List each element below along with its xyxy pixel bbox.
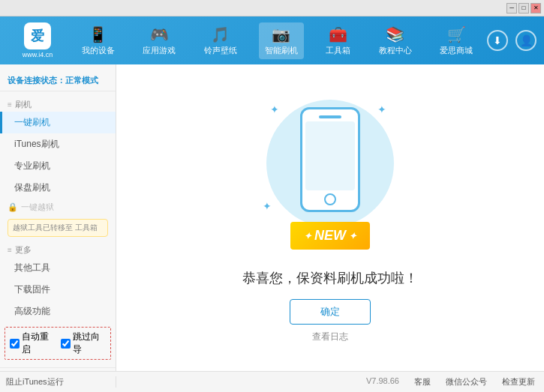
phone-body xyxy=(300,107,360,212)
phone-speaker xyxy=(319,115,341,118)
ringtones-icon: 🎵 xyxy=(211,25,230,43)
phone-home-button xyxy=(324,193,336,205)
sidebar-item-other-tools[interactable]: 其他工具 xyxy=(0,257,116,279)
logo[interactable]: 爱 www.i4.cn xyxy=(8,22,68,58)
nav-my-device-label: 我的设备 xyxy=(82,45,115,56)
apps-games-icon: 🎮 xyxy=(150,25,169,43)
history-link[interactable]: 查看日志 xyxy=(312,331,348,343)
stop-itunes[interactable]: 阻止iTunes运行 xyxy=(0,376,116,388)
phone-illustration: ✦ ✦ ✦ NEW xyxy=(255,92,405,257)
lock-icon: 🔒 xyxy=(8,202,18,212)
flash-section-label: 刷机 xyxy=(15,99,32,110)
sidebar-item-one-click-flash[interactable]: 一键刷机 xyxy=(0,112,116,133)
sidebar-item-itunes-flash[interactable]: iTunes刷机 xyxy=(0,133,116,155)
sidebar-item-pro-flash[interactable]: 专业刷机 xyxy=(0,155,116,177)
toolbox-icon: 🧰 xyxy=(329,25,347,43)
tutorial-icon: 📚 xyxy=(386,25,404,43)
nav-tutorial-label: 教程中心 xyxy=(379,45,412,56)
skip-wizard-label: 跳过向导 xyxy=(73,331,106,356)
footer-links: V7.98.66 客服 微信公众号 检查更新 xyxy=(357,376,544,388)
sidebar-section-flash: ≡ 刷机 xyxy=(0,96,116,112)
more-section-label: 更多 xyxy=(15,244,32,256)
sidebar-item-download-firmware[interactable]: 下载固件 xyxy=(0,279,116,301)
maximize-btn[interactable]: □ xyxy=(518,3,529,13)
skip-wizard-checkbox[interactable]: 跳过向导 xyxy=(61,331,106,356)
nav-ringtones[interactable]: 🎵 铃声壁纸 xyxy=(198,22,243,59)
sparkle-icon-2: ✦ xyxy=(377,103,386,115)
nav-apps-games[interactable]: 🎮 应用游戏 xyxy=(137,22,182,59)
nav-ringtones-label: 铃声壁纸 xyxy=(204,45,237,56)
auto-restart-input[interactable] xyxy=(10,339,20,349)
auto-restart-checkbox[interactable]: 自动重启 xyxy=(10,331,55,356)
mall-icon: 🛒 xyxy=(447,25,466,43)
logo-url: www.i4.cn xyxy=(23,51,53,58)
header: 爱 www.i4.cn 📱 我的设备 🎮 应用游戏 🎵 铃声壁纸 📷 智能刷机 … xyxy=(0,16,544,64)
sidebar-jailbreak-locked: 🔒 一键越狱 xyxy=(0,199,116,216)
user-btn[interactable]: 👤 xyxy=(515,30,536,51)
sidebar-item-save-flash[interactable]: 保盘刷机 xyxy=(0,177,116,199)
close-btn[interactable]: ✕ xyxy=(530,3,541,13)
logo-icon: 爱 xyxy=(24,22,51,49)
nav-toolbox[interactable]: 🧰 工具箱 xyxy=(320,22,356,59)
new-badge: NEW xyxy=(290,222,370,250)
connection-status: 设备连接状态：正常模式 xyxy=(0,70,116,91)
nav-smart-flash-label: 智能刷机 xyxy=(265,45,298,56)
title-bar: ─ □ ✕ xyxy=(0,0,544,16)
status-value: 正常模式 xyxy=(65,76,98,85)
nav-items: 📱 我的设备 🎮 应用游戏 🎵 铃声壁纸 📷 智能刷机 🧰 工具箱 📚 教程中心… xyxy=(68,22,487,59)
version-label: V7.98.66 xyxy=(366,376,399,388)
checkbox-group: 自动重启 跳过向导 xyxy=(5,327,111,360)
flash-section-icon: ≡ xyxy=(8,100,12,109)
sidebar-item-advanced[interactable]: 高级功能 xyxy=(0,301,116,322)
nav-tutorial[interactable]: 📚 教程中心 xyxy=(373,22,418,59)
header-right: ⬇ 👤 xyxy=(487,30,536,51)
auto-restart-label: 自动重启 xyxy=(22,331,55,356)
nav-mall[interactable]: 🛒 爱思商城 xyxy=(434,22,479,59)
status-prefix: 设备连接状态： xyxy=(8,76,65,85)
main-content: ✦ ✦ ✦ NEW 恭喜您，保资料刷机成功啦！ 确定 查看日志 xyxy=(116,64,544,371)
sparkle-icon-1: ✦ xyxy=(270,103,279,115)
my-device-icon: 📱 xyxy=(89,25,107,43)
customer-service-link[interactable]: 客服 xyxy=(414,376,431,388)
smart-flash-icon: 📷 xyxy=(272,25,290,43)
phone-screen xyxy=(305,121,355,190)
bottom-status-bar: 阻止iTunes运行 V7.98.66 客服 微信公众号 检查更新 xyxy=(0,371,544,392)
success-message: 恭喜您，保资料刷机成功啦！ xyxy=(242,269,418,287)
more-section-icon: ≡ xyxy=(8,246,12,254)
nav-apps-games-label: 应用游戏 xyxy=(143,45,176,56)
nav-my-device[interactable]: 📱 我的设备 xyxy=(76,22,121,59)
minimize-btn[interactable]: ─ xyxy=(506,3,517,13)
sidebar-section-more: ≡ 更多 xyxy=(0,241,116,257)
nav-toolbox-label: 工具箱 xyxy=(326,45,350,56)
download-btn[interactable]: ⬇ xyxy=(487,30,508,51)
main-layout: 设备连接状态：正常模式 ≡ 刷机 一键刷机 iTunes刷机 专业刷机 保盘刷机… xyxy=(0,64,544,371)
skip-wizard-input[interactable] xyxy=(61,339,71,349)
sparkle-icon-3: ✦ xyxy=(263,200,272,212)
phone-body-wrapper xyxy=(300,107,360,212)
jailbreak-label: 一键越狱 xyxy=(21,202,54,213)
window-controls[interactable]: ─ □ ✕ xyxy=(506,3,541,13)
device-info: 📱 iPhone 12 mini 64GB Down-12mini-13,1 xyxy=(0,367,116,371)
wechat-link[interactable]: 微信公众号 xyxy=(446,376,487,388)
jailbreak-notice: 越狱工具已转移至 工具箱 xyxy=(8,219,108,237)
confirm-button[interactable]: 确定 xyxy=(290,299,371,325)
check-update-link[interactable]: 检查更新 xyxy=(502,376,535,388)
sidebar: 设备连接状态：正常模式 ≡ 刷机 一键刷机 iTunes刷机 专业刷机 保盘刷机… xyxy=(0,64,116,371)
nav-mall-label: 爱思商城 xyxy=(440,45,473,56)
nav-smart-flash[interactable]: 📷 智能刷机 xyxy=(259,22,304,59)
